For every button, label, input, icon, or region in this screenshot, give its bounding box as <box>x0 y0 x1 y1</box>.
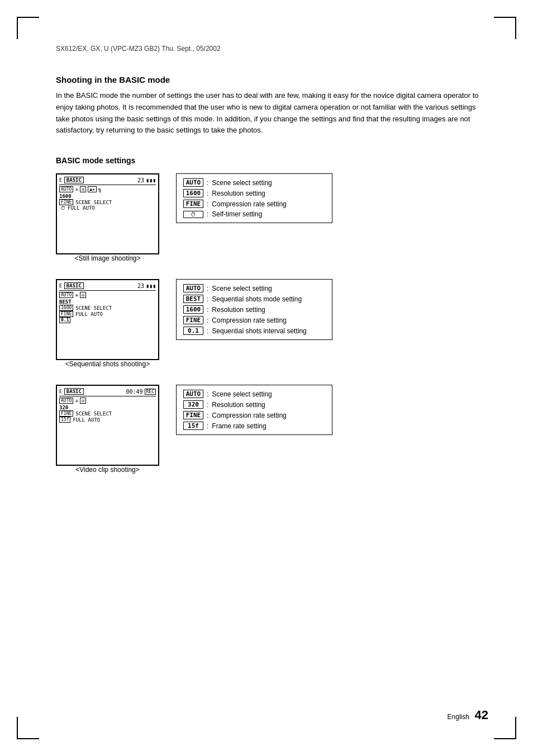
seq-mode-label: BASIC <box>64 282 84 289</box>
corner-bottom-left <box>17 717 39 739</box>
seq-desc-3: Resolution setting <box>212 306 265 314</box>
video-res-val: 320 <box>59 405 68 410</box>
seq-1600-badge: 1600 <box>183 305 203 314</box>
video-screen-wrapper: E BASIC 00:49 REC AUTO ✳ ◎ <box>56 385 159 485</box>
header: SX612/EX, GX, U (VPC-MZ3 GB2) Thu. Sept.… <box>56 34 488 53</box>
seq-colon-5: : <box>207 327 208 335</box>
seq-sun-icon: ✳ <box>75 292 78 298</box>
seq-desc-5: Sequential shots interval setting <box>212 327 306 335</box>
still-sun-icon: ✳ <box>75 186 78 192</box>
still-fine-label: FINE <box>59 199 73 205</box>
seq-info-row-4: FINE : Compression rate setting <box>183 316 325 324</box>
seq-fine-auto-row: FINE FULL AUTO <box>59 311 156 317</box>
still-1600-badge: 1600 <box>183 189 203 197</box>
video-info-row-2: 320 : Resolution setting <box>183 400 325 409</box>
video-clip-label: <Video clip shooting> <box>56 466 159 474</box>
video-info-box: AUTO : Scene select setting 320 : Resolu… <box>176 385 332 435</box>
video-icon-row: AUTO ✳ ◎ <box>59 398 156 404</box>
video-colon-1: : <box>207 390 208 398</box>
seq-desc-4: Compression rate setting <box>212 316 286 324</box>
still-image-section: E BASIC 23 ▮▮▮ AUTO ✳ ◎ ▲★ <box>56 173 488 273</box>
shooting-basic-intro: In the BASIC mode the number of settings… <box>56 90 488 136</box>
seq-interval-val: 0.1 <box>59 317 70 323</box>
video-320-badge: 320 <box>183 400 203 409</box>
video-auto-badge: AUTO <box>183 390 203 398</box>
video-15f-label: 15f <box>59 417 70 423</box>
seq-scene-text: SCENE SELECT <box>75 305 112 311</box>
still-colon-4: : <box>207 210 208 218</box>
corner-top-right <box>494 17 516 39</box>
still-image-info-box: AUTO : Scene select setting 1600 : Resol… <box>176 173 332 223</box>
still-timer-badge: ⏱ <box>183 211 203 218</box>
still-icon-row: AUTO ✳ ◎ ▲★ ╗ <box>59 186 156 192</box>
page-lang: English <box>448 713 469 721</box>
video-scene-row: FINE SCENE SELECT <box>59 410 156 417</box>
seq-auto-badge: AUTO <box>183 284 203 292</box>
seq-colon-3: : <box>207 306 208 314</box>
still-res-row: 1600 <box>59 193 156 199</box>
video-colon-2: : <box>207 401 208 409</box>
seq-info-row-1: AUTO : Scene select setting <box>183 284 325 292</box>
still-full-auto: FULL AUTO <box>68 205 95 211</box>
seq-icon-row: AUTO ✳ ◎ <box>59 292 156 298</box>
still-lens-icon: ◎ <box>80 186 86 192</box>
seq-res-scene-row: 1600 SCENE SELECT <box>59 305 156 311</box>
video-time: 00:49 <box>126 389 142 395</box>
seq-count: 23 <box>137 283 144 289</box>
still-info-row-3: FINE : Compression rate setting <box>183 200 325 208</box>
seq-01-badge: 0.1 <box>183 327 203 335</box>
shooting-basic-section: Shooting in the BASIC mode In the BASIC … <box>56 75 488 136</box>
video-rec-icon: REC <box>145 389 156 395</box>
still-image-label: <Still image shooting> <box>56 254 159 262</box>
still-fine-badge: FINE <box>183 200 203 208</box>
seq-best-badge: BEST <box>183 295 203 303</box>
video-info-row-1: AUTO : Scene select setting <box>183 390 325 398</box>
video-desc-4: Frame rate setting <box>212 422 266 430</box>
seq-e-label: E <box>59 284 62 289</box>
still-colon-2: : <box>207 190 208 197</box>
seq-info-row-3: 1600 : Resolution setting <box>183 305 325 314</box>
still-scene-row: FINE SCENE SELECT <box>59 199 156 205</box>
video-fine-label: FINE <box>59 410 73 417</box>
video-desc-1: Scene select setting <box>212 390 272 398</box>
video-camera-screen: E BASIC 00:49 REC AUTO ✳ ◎ <box>56 385 159 466</box>
still-image-screen-wrapper: E BASIC 23 ▮▮▮ AUTO ✳ ◎ ▲★ <box>56 173 159 273</box>
seq-fine-label: FINE <box>59 311 73 317</box>
video-sun-icon: ✳ <box>75 398 78 404</box>
seq-interval-row: 0.1 <box>59 317 156 323</box>
still-auto-row: ⏱ FULL AUTO <box>59 205 156 211</box>
still-flash-icon: ▲★ <box>88 186 97 192</box>
video-mode-label: BASIC <box>64 388 84 395</box>
video-fine-badge: FINE <box>183 411 203 419</box>
still-info-row-2: 1600 : Resolution setting <box>183 189 325 197</box>
still-desc-3: Compression rate setting <box>212 200 286 208</box>
seq-lens-icon: ◎ <box>80 292 86 298</box>
video-info-row-4: 15f : Frame rate setting <box>183 422 325 430</box>
corner-bottom-right <box>494 717 516 739</box>
video-full-auto: FULL AUTO <box>73 417 100 423</box>
seq-desc-1: Scene select setting <box>212 285 272 292</box>
video-e-label: E <box>59 389 62 394</box>
video-desc-3: Compression rate setting <box>212 412 286 419</box>
still-auto-badge: AUTO <box>183 178 203 187</box>
still-info-row-4: ⏱ : Self-timer setting <box>183 210 325 218</box>
seq-info-row-5: 0.1 : Sequential shots interval setting <box>183 327 325 335</box>
seq-topbar: E BASIC 23 ▮▮▮ <box>59 282 156 291</box>
still-timer-icon: ⏱ <box>60 205 65 211</box>
seq-colon-2: : <box>207 295 208 303</box>
still-desc-2: Resolution setting <box>212 190 265 197</box>
video-colon-4: : <box>207 422 208 430</box>
corner-top-left <box>17 17 39 39</box>
still-auto-icon: AUTO <box>59 186 73 192</box>
seq-colon-1: : <box>207 285 208 292</box>
video-lens-icon: ◎ <box>80 398 86 404</box>
basic-mode-settings-title: BASIC mode settings <box>56 156 488 165</box>
video-desc-2: Resolution setting <box>212 401 265 409</box>
sequential-label: <Sequential shots shooting> <box>56 360 159 368</box>
still-desc-1: Scene select setting <box>212 179 272 187</box>
still-res-val: 1600 <box>59 193 72 199</box>
still-info-row-1: AUTO : Scene select setting <box>183 178 325 187</box>
video-15f-auto-row: 15f FULL AUTO <box>59 417 156 423</box>
still-colon-3: : <box>207 200 208 208</box>
seq-auto-icon: AUTO <box>59 292 73 298</box>
